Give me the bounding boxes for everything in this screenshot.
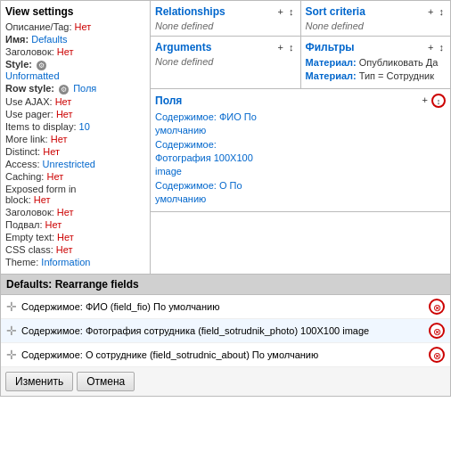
fields-item-3: Содержимое: О Поумолчанию [155, 179, 446, 207]
arguments-add-icon[interactable]: + [276, 41, 285, 53]
distinct-value: Нет [43, 146, 60, 157]
filters-add-icon[interactable]: + [426, 41, 435, 53]
sort-add-icon[interactable]: + [426, 5, 435, 18]
css-row: CSS class: Нет [5, 244, 145, 255]
sort-title-row: Sort criteria + ↕ [306, 5, 447, 18]
drag-handle-3[interactable]: ✛ [6, 348, 17, 362]
heading-value: Нет [57, 207, 74, 217]
caching-row: Caching: Нет [5, 171, 145, 182]
relationships-icons: + ↕ [276, 5, 296, 18]
filters-icons: + ↕ [426, 41, 446, 53]
style-row: Style: ⚙ Unformatted [5, 59, 145, 81]
rearrange-text-3: Содержимое: О сотруднике (field_sotrudni… [21, 349, 429, 360]
rearrange-row-1: ✛ Содержимое: ФИО (field_fio) По умолчан… [1, 295, 450, 319]
arguments-panel: Arguments + ↕ None defined [151, 37, 301, 88]
relationships-none: None defined [155, 21, 296, 31]
delete-btn-3[interactable]: ⊗ [429, 347, 445, 363]
cancel-button[interactable]: Отмена [77, 372, 135, 391]
sort-criteria-title: Sort criteria [306, 5, 365, 18]
ajax-row: Use AJAX: Нет [5, 96, 145, 107]
pager-value: Нет [56, 109, 73, 119]
theme-value: Information [41, 257, 90, 267]
css-value: Нет [56, 244, 73, 255]
drag-handle-2[interactable]: ✛ [6, 324, 17, 338]
header-value: Нет [57, 46, 74, 57]
view-settings-content: View settings Описание/Tag: Нет Имя: Def… [1, 1, 150, 274]
fields-item-2: Содержимое:Фотография 100X100image [155, 138, 446, 179]
relationships-panel: Relationships + ↕ None defined [151, 1, 301, 36]
fields-title: Поля [155, 94, 182, 107]
pager-row: Use pager: Нет [5, 109, 145, 119]
filters-title-row: Фильтры + ↕ [306, 41, 447, 53]
delete-btn-1[interactable]: ⊗ [429, 299, 445, 315]
items-row: Items to display: 10 [5, 121, 145, 132]
rearrange-section: Defaults: Rearrange fields ✛ Содержимое:… [0, 275, 451, 397]
exposed-value: Нет [34, 194, 51, 205]
heading-row: Заголовок: Нет [5, 207, 145, 217]
save-button[interactable]: Изменить [5, 372, 73, 391]
more-link-row: More link: Нет [5, 134, 145, 144]
filters-title: Фильтры [306, 41, 355, 53]
sort-criteria-panel: Sort criteria + ↕ None defined [301, 1, 451, 36]
footer-row: Подвал: Нет [5, 219, 145, 230]
relationships-title: Relationships [155, 5, 226, 18]
rearrange-row-3: ✛ Содержимое: О сотруднике (field_sotrud… [1, 343, 450, 367]
main-wrapper: View settings Описание/Tag: Нет Имя: Def… [0, 0, 451, 397]
fields-panel: Поля + ↕ Содержимое: ФИО Поумолчанию Сод… [151, 89, 450, 212]
empty-value: Нет [57, 232, 74, 242]
view-settings-panel: View settings Описание/Tag: Нет Имя: Def… [1, 1, 151, 274]
tag-row: Описание/Tag: Нет [5, 21, 145, 32]
arguments-icons: + ↕ [276, 41, 296, 53]
rearrange-row-2: ✛ Содержимое: Фотография сотрудника (fie… [1, 319, 450, 343]
arguments-none: None defined [155, 56, 296, 67]
filters-sort-icon[interactable]: ↕ [438, 41, 447, 53]
right-columns: Relationships + ↕ None defined Sort crit… [151, 1, 450, 274]
items-value: 10 [79, 121, 90, 132]
layout-grid: View settings Описание/Tag: Нет Имя: Def… [0, 0, 451, 275]
access-value: Unrestricted [43, 159, 95, 169]
relationships-add-icon[interactable]: + [276, 5, 285, 18]
top-row: Relationships + ↕ None defined Sort crit… [151, 1, 450, 37]
sort-icons: + ↕ [426, 5, 446, 18]
caching-value: Нет [46, 171, 63, 182]
arguments-sort-icon[interactable]: ↕ [287, 41, 296, 53]
view-settings-title: View settings [5, 5, 145, 18]
tag-value: Нет [75, 21, 92, 32]
relationships-title-row: Relationships + ↕ [155, 5, 296, 18]
second-row: Arguments + ↕ None defined Фильтры + [151, 37, 450, 89]
exposed-row: Exposed form inblock: Нет [5, 184, 145, 205]
delete-btn-2[interactable]: ⊗ [429, 323, 445, 339]
fields-item-1: Содержимое: ФИО Поумолчанию [155, 111, 446, 138]
ajax-value: Нет [55, 96, 72, 107]
fields-rearrange-icon[interactable]: ↕ [431, 94, 446, 108]
more-link-value: Нет [51, 134, 68, 144]
footer-value: Нет [45, 219, 62, 230]
row-style-row: Row style: ⚙ Поля [5, 83, 145, 94]
fields-icons: + ↕ [421, 94, 446, 108]
row-style-value: Поля [73, 83, 96, 94]
header-row: Заголовок: Нет [5, 46, 145, 57]
filter-label-1: Материал: [306, 57, 357, 68]
gear-style-icon[interactable]: ⚙ [37, 61, 46, 70]
name-row: Имя: Defaults [5, 34, 145, 45]
action-bar: Изменить Отмена [1, 367, 450, 396]
filters-content: Материал: Опубликовать Да Материал: Тип … [306, 56, 447, 84]
empty-row: Empty text: Нет [5, 232, 145, 242]
access-row: Access: Unrestricted [5, 159, 145, 169]
name-value: Defaults [31, 34, 67, 45]
fields-add-icon[interactable]: + [421, 94, 430, 108]
theme-row: Theme: Information [5, 257, 145, 267]
gear-rowstyle-icon[interactable]: ⚙ [59, 85, 69, 94]
relationships-sort-icon[interactable]: ↕ [287, 5, 296, 18]
arguments-title-row: Arguments + ↕ [155, 41, 296, 53]
rearrange-text-1: Содержимое: ФИО (field_fio) По умолчанию [21, 301, 429, 312]
filter-label-2: Материал: [306, 70, 357, 81]
fields-title-row: Поля + ↕ [155, 94, 446, 108]
rearrange-title: Defaults: Rearrange fields [1, 275, 450, 295]
sort-none: None defined [306, 21, 447, 31]
sort-rearrange-icon[interactable]: ↕ [438, 5, 447, 18]
rearrange-text-2: Содержимое: Фотография сотрудника (field… [21, 325, 429, 336]
arguments-title: Arguments [155, 41, 211, 53]
drag-handle-1[interactable]: ✛ [6, 300, 17, 314]
distinct-row: Distinct: Нет [5, 146, 145, 157]
